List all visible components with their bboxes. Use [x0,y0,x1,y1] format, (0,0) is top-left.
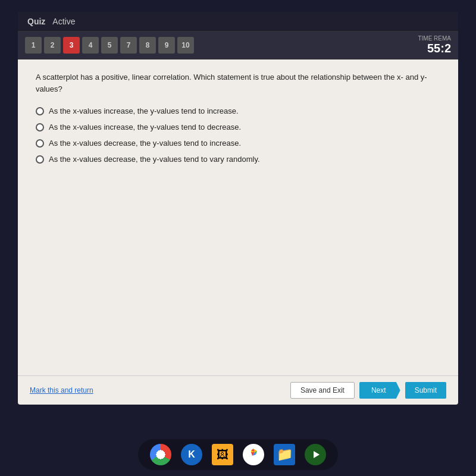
files-icon[interactable]: 🖼 [212,444,233,465]
timer-area: TIME REMA 55:2 [418,35,451,55]
question-text: A scatterplot has a positive, linear cor… [36,71,440,95]
answer-text-2: As the x-values increase, the y-values t… [49,123,241,131]
answer-text-4: As the x-values decrease, the y-values t… [49,155,260,164]
nav-btn-10[interactable]: 10 [177,37,194,54]
svg-marker-0 [314,451,320,458]
save-exit-button[interactable]: Save and Exit [290,382,355,399]
nav-btn-7[interactable]: 7 [120,37,137,54]
answer-option-3[interactable]: As the x-values decrease, the y-values t… [36,139,440,148]
nav-btn-1[interactable]: 1 [25,37,42,54]
question-nav: 1 2 3 4 5 7 8 9 10 TIME REMA 55:2 [18,32,458,60]
radio-4[interactable] [36,155,44,164]
nav-btn-5[interactable]: 5 [101,37,118,54]
nav-btn-4[interactable]: 4 [82,37,99,54]
radio-3[interactable] [36,139,44,148]
answer-text-3: As the x-values decrease, the y-values t… [49,139,241,148]
radio-2[interactable] [36,123,44,131]
timer-label: TIME REMA [418,35,451,42]
chrome-icon[interactable] [150,444,171,465]
answer-option-1[interactable]: As the x-values increase, the y-values t… [36,107,440,115]
answer-option-2[interactable]: As the x-values increase, the y-values t… [36,123,440,131]
nav-btn-9[interactable]: 9 [158,37,175,54]
quiz-footer: Mark this and return Save and Exit Next … [18,375,458,405]
nav-btn-2[interactable]: 2 [44,37,61,54]
k-icon[interactable]: K [181,444,202,465]
footer-buttons: Save and Exit Next Submit [290,382,446,399]
answer-option-4[interactable]: As the x-values decrease, the y-values t… [36,155,440,164]
next-button[interactable]: Next [359,382,400,399]
nav-btn-3[interactable]: 3 [63,37,80,54]
timer-value: 55:2 [418,42,451,55]
quiz-header: Quiz Active [18,12,458,32]
submit-button[interactable]: Submit [405,382,446,399]
mark-return-button[interactable]: Mark this and return [30,386,93,394]
taskbar: K 🖼 📁 [138,439,338,470]
answer-text-1: As the x-values increase, the y-values t… [49,107,239,115]
photos-icon[interactable] [243,444,264,465]
quiz-screen: Quiz Active 1 2 3 4 5 7 8 9 10 TIME REMA… [18,12,458,405]
folder-icon[interactable]: 📁 [274,444,295,465]
play-icon[interactable] [305,444,326,465]
nav-btn-8[interactable]: 8 [139,37,156,54]
quiz-content: A scatterplot has a positive, linear cor… [18,60,458,375]
radio-1[interactable] [36,107,44,115]
active-label: Active [52,17,75,26]
quiz-label: Quiz [27,17,45,26]
